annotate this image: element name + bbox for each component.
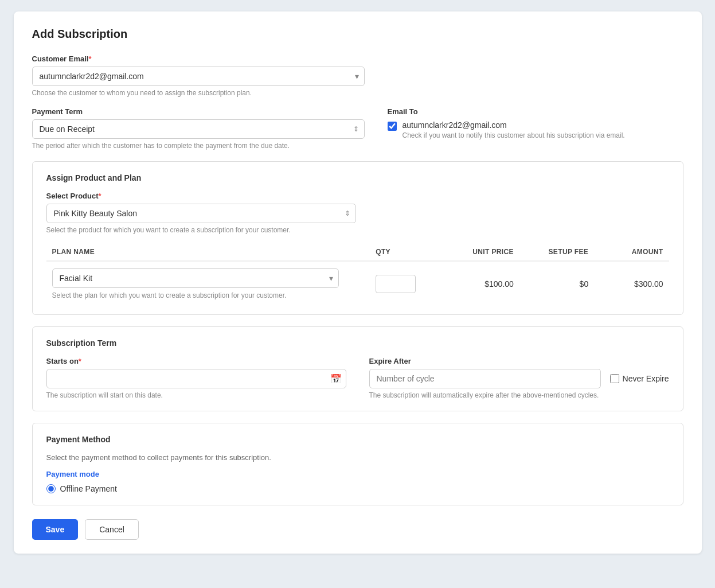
col-plan-name: PLAN NAME xyxy=(46,243,370,261)
expire-after-input[interactable] xyxy=(369,369,601,388)
payment-method-section: Payment Method Select the payment method… xyxy=(32,423,683,505)
col-setup-fee: SETUP FEE xyxy=(519,243,594,261)
never-expire-label: Never Expire xyxy=(610,374,669,383)
email-to-section: Email To autumnclarkr2d2@gmail.com Check… xyxy=(388,107,683,150)
plan-select-wrapper: Facial Kit xyxy=(52,268,365,288)
qty-input[interactable]: 3 xyxy=(376,275,416,293)
starts-on-group: Starts on* 2021-02-01 📅 The subscription… xyxy=(46,357,346,399)
expire-after-group: Expire After Never Expire The subscripti… xyxy=(369,357,669,399)
offline-payment-radio[interactable] xyxy=(46,484,56,493)
calendar-icon[interactable]: 📅 xyxy=(330,373,342,384)
cancel-button[interactable]: Cancel xyxy=(85,519,139,540)
page-title: Add Subscription xyxy=(32,28,683,41)
payment-term-select[interactable]: Due on Receipt Net 15 Net 30 xyxy=(32,119,365,139)
payment-mode-label: Payment mode xyxy=(46,470,669,478)
email-to-content: autumnclarkr2d2@gmail.com Check if you w… xyxy=(403,120,625,139)
add-subscription-card: Add Subscription Customer Email* autumnc… xyxy=(14,11,702,554)
action-row: Save Cancel xyxy=(32,519,683,540)
select-product-hint: Select the product for which you want to… xyxy=(46,226,669,234)
plan-select[interactable]: Facial Kit xyxy=(52,268,339,288)
assign-product-title: Assign Product and Plan xyxy=(46,173,669,182)
setup-fee-value: $0 xyxy=(519,261,594,303)
email-to-label: Email To xyxy=(388,107,683,116)
customer-email-label: Customer Email* xyxy=(32,54,683,63)
select-product-label: Select Product* xyxy=(46,192,669,200)
table-row: Facial Kit Select the plan for which you… xyxy=(46,261,669,303)
email-to-address: autumnclarkr2d2@gmail.com xyxy=(403,120,625,130)
expire-after-row: Never Expire xyxy=(369,369,669,388)
expire-after-hint: The subscription will automatically expi… xyxy=(369,391,669,399)
payment-term-label: Payment Term xyxy=(32,107,365,116)
plan-hint: Select the plan for which you want to cr… xyxy=(52,291,365,299)
payment-term-hint: The period after which the customer has … xyxy=(32,142,365,150)
payment-method-desc: Select the payment method to collect pay… xyxy=(46,453,669,462)
amount-value: $300.00 xyxy=(594,261,669,303)
date-input-wrapper: 2021-02-01 📅 xyxy=(46,369,346,388)
assign-product-section: Assign Product and Plan Select Product* … xyxy=(32,161,683,315)
payment-term-section: Payment Term Due on Receipt Net 15 Net 3… xyxy=(32,107,365,150)
email-to-checkbox[interactable] xyxy=(388,122,397,131)
offline-payment-label: Offline Payment xyxy=(60,484,117,493)
select-product-select[interactable]: Pink Kitty Beauty Salon xyxy=(46,204,356,223)
payment-method-title: Payment Method xyxy=(46,435,669,444)
unit-price-value: $100.00 xyxy=(432,261,519,303)
customer-email-select[interactable]: autumnclarkr2d2@gmail.com xyxy=(32,67,365,86)
plan-table: PLAN NAME QTY UNIT PRICE SETUP FEE AMOUN… xyxy=(46,243,669,303)
offline-payment-option: Offline Payment xyxy=(46,484,669,493)
subscription-term-section: Subscription Term Starts on* 2021-02-01 … xyxy=(32,326,683,411)
subscription-term-title: Subscription Term xyxy=(46,338,669,348)
expire-after-label: Expire After xyxy=(369,357,669,365)
save-button[interactable]: Save xyxy=(32,519,79,540)
starts-on-input[interactable]: 2021-02-01 xyxy=(46,369,346,388)
starts-on-hint: The subscription will start on this date… xyxy=(46,391,346,399)
never-expire-checkbox[interactable] xyxy=(610,374,619,383)
email-to-hint: Check if you want to notify this custome… xyxy=(403,131,625,139)
starts-on-label: Starts on* xyxy=(46,357,346,365)
col-qty: QTY xyxy=(370,243,432,261)
col-unit-price: UNIT PRICE xyxy=(432,243,519,261)
customer-email-hint: Choose the customer to whom you need to … xyxy=(32,89,683,97)
col-amount: AMOUNT xyxy=(594,243,669,261)
